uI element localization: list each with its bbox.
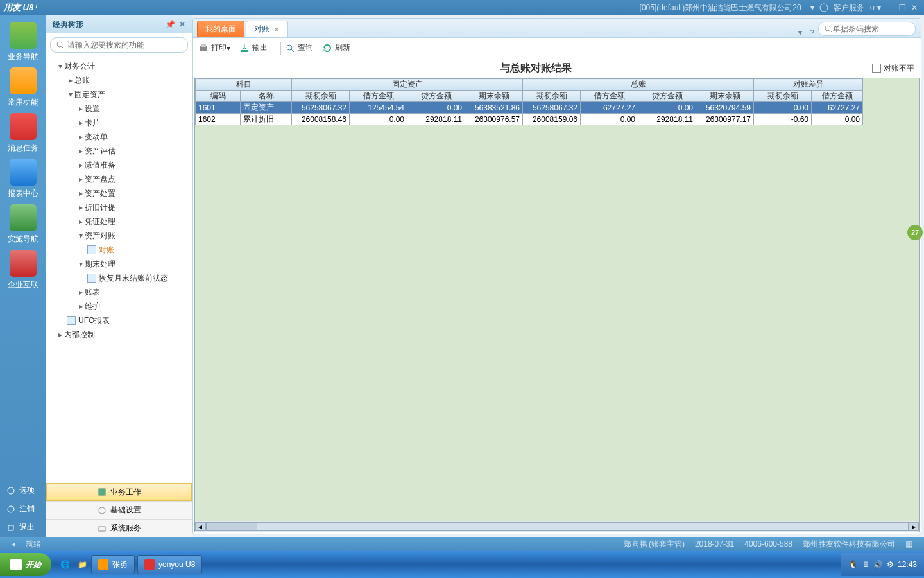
tree-reconcile-item[interactable]: 对账 [46, 243, 192, 257]
tree-fixed-assets[interactable]: ▾固定资产 [46, 87, 192, 101]
tree-voucher[interactable]: ▸凭证处理 [46, 215, 192, 229]
task-u8[interactable]: yonyou U8 [137, 555, 202, 574]
explorer-icon[interactable]: 📁 [78, 560, 87, 569]
horizontal-scrollbar[interactable]: ◂ ▸ [195, 521, 919, 532]
tab-close-icon[interactable]: ✕ [273, 25, 280, 34]
refresh-button[interactable]: 刷新 [322, 42, 350, 53]
task-qq[interactable]: 张勇 [91, 555, 135, 574]
sidebar-footer: 业务工作 基础设置 系统服务 [46, 483, 192, 537]
scroll-track[interactable] [205, 522, 909, 531]
start-button[interactable]: 开始 [0, 553, 51, 576]
nav-messages[interactable]: 消息任务 [4, 113, 42, 153]
tree-internal-control[interactable]: ▸内部控制 [46, 328, 192, 342]
reconcile-table: 科目 固定资产 总账 对账差异 编码 名称 期初余额 借方金额 贷方金额 期末余… [195, 78, 863, 125]
th-debit2: 借方金额 [581, 91, 638, 102]
foot-business[interactable]: 业务工作 [46, 483, 192, 501]
sidebar-search[interactable] [50, 37, 188, 53]
unbalanced-checkbox[interactable]: 对账不平 [872, 63, 914, 74]
svg-point-3 [57, 42, 62, 47]
svg-point-2 [8, 506, 14, 512]
tab-desktop[interactable]: 我的桌面 [197, 21, 244, 37]
th-end-bal2: 期末余额 [696, 91, 754, 102]
options-button[interactable]: 选项 [0, 481, 46, 500]
scroll-left-icon[interactable]: ◂ [195, 522, 205, 531]
tab-dropdown-icon[interactable]: ▾ [798, 28, 802, 37]
nav-enterprise[interactable]: 企业互联 [4, 250, 42, 290]
exit-button[interactable]: 退出 [0, 518, 46, 537]
barcode-search[interactable] [818, 22, 916, 36]
print-button[interactable]: 打印 ▾ [198, 42, 230, 53]
close-button[interactable]: ✕ [911, 3, 918, 12]
sidebar-close-icon[interactable]: ✕ [179, 20, 185, 29]
app-logo: 用友 U8⁺ [4, 2, 38, 13]
sidebar-search-input[interactable] [67, 40, 182, 49]
customer-service-button[interactable]: 客户服务 [834, 3, 864, 13]
tree-inventory[interactable]: ▸资产盘点 [46, 172, 192, 186]
minimize-button[interactable]: — [886, 3, 894, 12]
table-row[interactable]: 1601固定资产 56258067.32125454.540.005638352… [196, 102, 863, 114]
u-menu-button[interactable]: ∪ ▾ [869, 3, 881, 12]
tree-reconcile[interactable]: ▾资产对账 [46, 229, 192, 243]
help-icon[interactable]: ? [810, 28, 814, 37]
toolbar: 打印 ▾ 输出 查询 刷新 [193, 38, 921, 58]
tray-icon[interactable]: ⚙ [887, 560, 894, 569]
tree-setup[interactable]: ▸设置 [46, 101, 192, 116]
ie-icon[interactable]: 🌐 [60, 560, 70, 569]
file-icon [87, 245, 96, 254]
svg-line-9 [830, 30, 832, 33]
dropdown-icon[interactable]: ▾ [227, 44, 230, 53]
status-arrow-icon[interactable]: ◂ [12, 539, 15, 548]
service-icon[interactable] [819, 3, 828, 13]
scroll-right-icon[interactable]: ▸ [909, 522, 919, 531]
foot-system[interactable]: 系统服务 [46, 519, 192, 537]
system-tray: 🐧 🖥 🔊 ⚙ 12:43 [841, 553, 924, 576]
u8-icon [144, 559, 155, 570]
maximize-button[interactable]: ❐ [899, 3, 906, 12]
page-title: 与总账对账结果 [500, 62, 572, 75]
tab-reconcile[interactable]: 对账✕ [246, 21, 288, 37]
barcode-search-input[interactable] [833, 24, 910, 33]
logout-button[interactable]: 注销 [0, 500, 46, 518]
clock[interactable]: 12:43 [898, 560, 917, 569]
tray-icon[interactable]: 🔊 [873, 560, 883, 569]
nav-common[interactable]: 常用功能 [4, 67, 42, 108]
tree-evaluate[interactable]: ▸资产评估 [46, 144, 192, 158]
query-button[interactable]: 查询 [285, 42, 313, 53]
tree-restore[interactable]: 恢复月末结账前状态 [46, 271, 192, 285]
th-code: 编码 [196, 91, 241, 102]
tree-card[interactable]: ▸卡片 [46, 116, 192, 130]
tray-icon[interactable]: 🐧 [848, 560, 858, 569]
scroll-thumb[interactable] [206, 523, 257, 530]
nav-business[interactable]: 业务导航 [4, 22, 42, 62]
tray-icon[interactable]: 🖥 [862, 560, 869, 569]
statusbar: ◂ 就绪 郑喜鹏 (账套主管) 2018-07-31 4006-600-588 … [0, 537, 924, 551]
tree-gl[interactable]: ▸总账 [46, 73, 192, 87]
export-button[interactable]: 输出 [239, 42, 268, 53]
tree-period-end[interactable]: ▾期末处理 [46, 257, 192, 271]
tree-disposal[interactable]: ▸资产处置 [46, 186, 192, 200]
notification-badge[interactable]: 27 [907, 225, 923, 240]
tree-impair[interactable]: ▸减值准备 [46, 158, 192, 172]
nav-implement[interactable]: 实施导航 [4, 204, 42, 245]
tree-finance[interactable]: ▾财务会计 [46, 59, 192, 73]
svg-point-0 [820, 4, 828, 12]
tree-depreciation[interactable]: ▸折旧计提 [46, 200, 192, 215]
status-qr-icon[interactable]: ▦ [905, 539, 912, 548]
th-debit: 借方金额 [350, 91, 407, 102]
pin-icon[interactable]: 📌 [166, 20, 175, 29]
tree-ufo[interactable]: UFO报表 [46, 313, 192, 328]
tree-books[interactable]: ▸账表 [46, 285, 192, 299]
search-icon [56, 40, 65, 49]
company-name: [005](default)郑州中油洁能巴士燃气有限公司20 [640, 3, 801, 13]
table-row[interactable]: 1602累计折旧 26008158.460.00292818.112630097… [196, 114, 863, 125]
th-subject: 科目 [196, 79, 292, 91]
tree-maintain[interactable]: ▸维护 [46, 299, 192, 313]
foot-basic[interactable]: 基础设置 [46, 501, 192, 519]
nav-reports[interactable]: 报表中心 [4, 159, 42, 199]
company-dropdown-icon[interactable]: ▾ [810, 3, 814, 12]
svg-point-13 [287, 45, 292, 50]
tabbar: 我的桌面 对账✕ ▾ ? [193, 19, 921, 38]
tree-change[interactable]: ▸变动单 [46, 130, 192, 144]
svg-point-6 [99, 507, 105, 514]
sidebar: 经典树形 📌 ✕ ▾财务会计 ▸总账 ▾固定资产 ▸设置 ▸卡片 ▸变动单 ▸资… [46, 15, 193, 537]
